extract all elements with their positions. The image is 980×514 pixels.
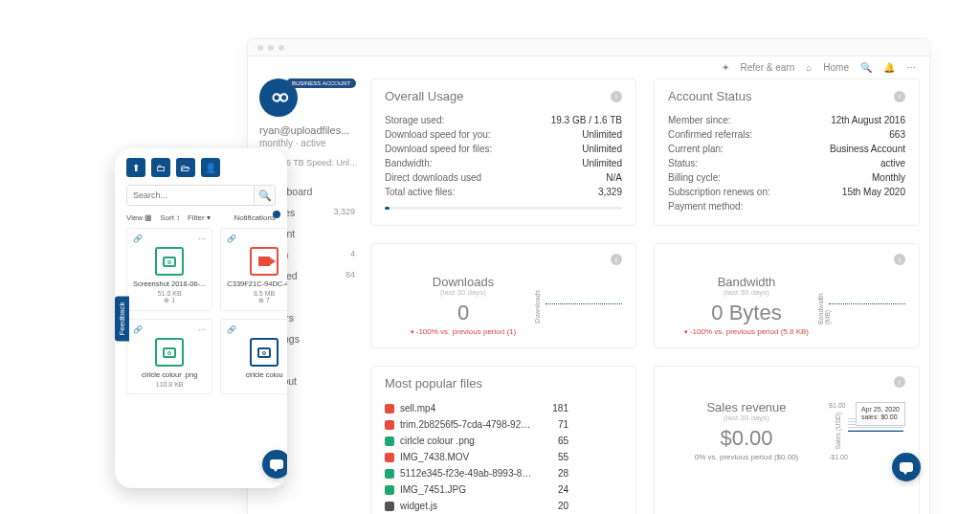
search-icon[interactable]: 🔍 xyxy=(860,62,872,73)
card-title: Overall Usage xyxy=(385,89,463,103)
image-thumbnail-icon xyxy=(155,247,184,276)
stat-label: Confirmed referrals: xyxy=(668,129,752,140)
metric-title: Downloads xyxy=(433,275,494,289)
upload-button[interactable]: ⬆ xyxy=(126,158,145,177)
stat-value: N/A xyxy=(606,172,622,183)
info-icon[interactable]: i xyxy=(611,254,622,265)
link-icon: 🔗 xyxy=(227,235,236,243)
file-name: cirlcle colou xyxy=(227,370,287,379)
bell-icon[interactable]: 🔔 xyxy=(883,62,895,73)
refer-link[interactable]: Refer & earn xyxy=(741,62,795,73)
notification-dot xyxy=(273,211,280,218)
sidebar-item-count: 84 xyxy=(345,270,355,281)
user-avatar[interactable]: BUSINESS ACCOUNT xyxy=(259,78,298,117)
browser-window: ✦ Refer & earn ⌂ Home 🔍 🔔 ⋯ BUSINESS ACC… xyxy=(247,38,930,514)
chart-ylabel: Bandwidth (MB) xyxy=(817,290,831,324)
tooltip-value: sales: $0.00 xyxy=(861,413,900,421)
chart-tooltip: Apr 25, 2020 sales: $0.00 xyxy=(856,402,905,426)
file-name: cirlcle colour .png xyxy=(133,370,206,379)
stat-label: Member since: xyxy=(668,115,731,125)
stat-label: Download speed for files: xyxy=(385,144,492,154)
more-icon[interactable]: ⋯ xyxy=(906,62,916,73)
more-icon[interactable]: ⋯ xyxy=(198,235,206,243)
sort-toggle[interactable]: Sort ↕ xyxy=(160,213,180,222)
downloads-sparkline: Downloads xyxy=(546,286,622,324)
file-name: IMG_7438.MOV xyxy=(400,452,534,462)
file-card[interactable]: 🔗⋯C339F21C-94DC-4A ...8.5 MB⊕ 7 xyxy=(220,228,287,311)
file-name: cirlcle colour .png xyxy=(400,436,534,446)
info-icon[interactable]: i xyxy=(894,91,905,102)
notifications-button[interactable]: Notifications xyxy=(234,213,276,222)
info-icon[interactable]: i xyxy=(894,254,905,265)
file-type-icon xyxy=(385,469,394,479)
home-link[interactable]: Home xyxy=(823,62,849,73)
folder-add-button[interactable]: 🗁 xyxy=(176,158,195,177)
stat-row: Confirmed referrals:663 xyxy=(668,127,905,142)
stat-label: Status: xyxy=(668,158,698,168)
phone-search: 🔍 xyxy=(126,185,276,206)
phone-list-controls: View ▦ Sort ↕ Filter ▾ Notifications xyxy=(126,213,276,222)
stat-row: Subscription renews on:15th May 2020 xyxy=(668,185,905,199)
stat-row: Current plan:Business Account xyxy=(668,142,905,156)
user-button[interactable]: 👤 xyxy=(201,158,220,177)
download-count: 28 xyxy=(540,468,568,479)
card-title: Account Status xyxy=(668,89,751,103)
chat-button[interactable] xyxy=(892,453,921,481)
metric-title: Bandwidth xyxy=(718,275,776,289)
stat-row: Direct downloads usedN/A xyxy=(385,170,622,185)
popular-file-row[interactable]: cirlcle colour .png65 xyxy=(385,433,622,449)
gift-icon: ✦ xyxy=(722,62,729,73)
metric-change: -100% vs. previous period (5.8 KB) xyxy=(684,327,809,336)
card-overall-usage: Overall Usage i Storage used:19.3 GB / 1… xyxy=(370,78,636,226)
file-card[interactable]: 🔗⋯cirlcle colour .png110.8 KB xyxy=(126,319,212,394)
stat-row: Total active files:3,329 xyxy=(385,185,622,199)
metric-value: $0.00 xyxy=(720,426,772,451)
home-icon: ⌂ xyxy=(806,62,812,73)
file-size: 110.8 KB xyxy=(133,381,206,388)
stat-row: Storage used:19.3 GB / 1.6 TB xyxy=(385,113,622,127)
stat-value: 3,329 xyxy=(598,187,622,197)
stat-row: Download speed for files:Unlimited xyxy=(385,142,622,156)
file-name: C339F21C-94DC-4A ... xyxy=(227,279,287,288)
stat-value: Unlimited xyxy=(582,129,622,140)
file-size: 51.0 KB xyxy=(133,290,206,297)
file-type-icon xyxy=(385,420,394,430)
metric-value: 0 Bytes xyxy=(711,301,781,325)
chat-button[interactable] xyxy=(262,450,287,479)
popular-file-row[interactable]: sell.mp4181 xyxy=(385,400,622,416)
popular-file-row[interactable]: IMG_7451.JPG24 xyxy=(385,481,622,498)
file-name: sell.mp4 xyxy=(400,403,534,413)
bandwidth-sparkline: Bandwidth (MB) xyxy=(829,286,905,324)
metric-change: 0% vs. previous period ($0.00) xyxy=(695,453,799,461)
view-toggle[interactable]: View ▦ xyxy=(126,213,152,222)
stat-label: Total active files: xyxy=(385,187,455,197)
filter-toggle[interactable]: Filter ▾ xyxy=(188,213,211,222)
popular-file-row[interactable]: 5112e345-f23e-49ab-8993-864ee6513d...28 xyxy=(385,465,622,481)
link-icon: 🔗 xyxy=(227,325,236,334)
sales-chart: Sales (USD) $1.00 -$1.00 Apr 25, 2020 sa… xyxy=(829,397,905,464)
info-icon[interactable]: i xyxy=(611,91,622,102)
info-icon[interactable]: i xyxy=(894,376,905,388)
sidebar-item-count: 4 xyxy=(350,249,355,260)
file-type-icon xyxy=(385,436,394,446)
chat-icon xyxy=(270,459,283,469)
download-count: 71 xyxy=(540,419,568,430)
feedback-tab[interactable]: Feedback xyxy=(115,296,129,341)
card-popular-files: Most popular files sell.mp4181trim.2b825… xyxy=(370,366,636,514)
more-icon[interactable]: ⋯ xyxy=(198,325,206,334)
sidebar-item-count: 3,329 xyxy=(333,207,355,218)
account-badge: BUSINESS ACCOUNT xyxy=(286,78,356,88)
file-name: widget.js xyxy=(400,501,534,511)
popular-file-row[interactable]: trim.2b8256f5-7cda-4798-925d-a428a6...71 xyxy=(385,416,622,433)
search-button[interactable]: 🔍 xyxy=(254,186,275,205)
popular-file-row[interactable]: widget.js20 xyxy=(385,498,622,514)
card-downloads: i Downloads (last 30 days) 0 -100% vs. p… xyxy=(370,243,636,348)
popular-file-row[interactable]: IMG_7438.MOV55 xyxy=(385,449,622,465)
stat-row: Billing cycle:Monthly xyxy=(668,170,905,185)
file-card[interactable]: 🔗⋯cirlcle colou xyxy=(220,319,287,394)
file-name: IMG_7451.JPG xyxy=(400,484,534,495)
tooltip-date: Apr 25, 2020 xyxy=(861,406,900,413)
folder-button[interactable]: 🗀 xyxy=(151,158,170,177)
search-input[interactable] xyxy=(127,186,254,205)
file-card[interactable]: 🔗⋯Screenshot 2018-06-...51.0 KB⊕ 1 xyxy=(126,228,212,311)
